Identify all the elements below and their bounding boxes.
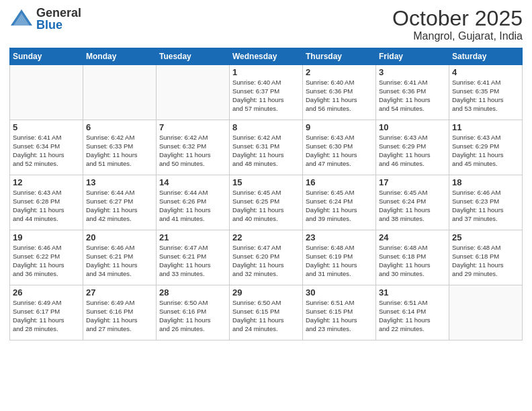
day-info: Sunrise: 6:41 AM Sunset: 6:36 PM Dayligh…: [379, 79, 446, 113]
day-info: Sunrise: 6:51 AM Sunset: 6:14 PM Dayligh…: [379, 299, 446, 333]
day-number: 1: [232, 67, 300, 77]
day-info: Sunrise: 6:47 AM Sunset: 6:21 PM Dayligh…: [159, 244, 226, 278]
day-info: Sunrise: 6:42 AM Sunset: 6:33 PM Dayligh…: [86, 134, 153, 168]
day-info: Sunrise: 6:43 AM Sunset: 6:28 PM Dayligh…: [13, 189, 80, 223]
day-number: 29: [232, 287, 300, 298]
day-cell-w4-d2: 21Sunrise: 6:47 AM Sunset: 6:21 PM Dayli…: [157, 230, 230, 285]
day-cell-w3-d3: 15Sunrise: 6:45 AM Sunset: 6:25 PM Dayli…: [230, 175, 303, 230]
day-number: 27: [86, 287, 153, 298]
page: General Blue October 2025 Mangrol, Gujar…: [0, 0, 532, 411]
day-info: Sunrise: 6:43 AM Sunset: 6:29 PM Dayligh…: [379, 134, 446, 168]
day-info: Sunrise: 6:48 AM Sunset: 6:19 PM Dayligh…: [306, 244, 373, 278]
day-number: 24: [379, 232, 446, 242]
day-number: 20: [86, 232, 153, 242]
day-info: Sunrise: 6:45 AM Sunset: 6:25 PM Dayligh…: [232, 189, 300, 223]
month-title: October 2025: [392, 7, 523, 30]
day-info: Sunrise: 6:44 AM Sunset: 6:26 PM Dayligh…: [159, 189, 226, 223]
week-row-5: 26Sunrise: 6:49 AM Sunset: 6:17 PM Dayli…: [10, 285, 523, 340]
day-cell-w4-d5: 24Sunrise: 6:48 AM Sunset: 6:18 PM Dayli…: [376, 230, 449, 285]
day-info: Sunrise: 6:40 AM Sunset: 6:37 PM Dayligh…: [232, 79, 300, 113]
day-cell-w2-d6: 11Sunrise: 6:43 AM Sunset: 6:29 PM Dayli…: [449, 120, 523, 175]
day-cell-w5-d1: 27Sunrise: 6:49 AM Sunset: 6:16 PM Dayli…: [83, 285, 157, 340]
day-info: Sunrise: 6:42 AM Sunset: 6:31 PM Dayligh…: [232, 134, 300, 168]
day-cell-w1-d1: [83, 65, 157, 120]
day-info: Sunrise: 6:48 AM Sunset: 6:18 PM Dayligh…: [452, 244, 519, 278]
calendar: Sunday Monday Tuesday Wednesday Thursday…: [9, 48, 523, 340]
day-number: 4: [452, 67, 519, 77]
day-info: Sunrise: 6:43 AM Sunset: 6:29 PM Dayligh…: [452, 134, 519, 168]
day-cell-w4-d6: 25Sunrise: 6:48 AM Sunset: 6:18 PM Dayli…: [449, 230, 523, 285]
day-cell-w1-d0: [10, 65, 83, 120]
day-info: Sunrise: 6:44 AM Sunset: 6:27 PM Dayligh…: [86, 189, 153, 223]
day-number: 22: [232, 232, 300, 242]
day-cell-w5-d5: 31Sunrise: 6:51 AM Sunset: 6:14 PM Dayli…: [376, 285, 449, 340]
week-row-1: 1Sunrise: 6:40 AM Sunset: 6:37 PM Daylig…: [10, 65, 523, 120]
day-number: 14: [159, 177, 226, 187]
day-cell-w5-d0: 26Sunrise: 6:49 AM Sunset: 6:17 PM Dayli…: [10, 285, 83, 340]
day-number: 11: [452, 122, 519, 132]
day-number: 17: [379, 177, 446, 187]
day-cell-w3-d2: 14Sunrise: 6:44 AM Sunset: 6:26 PM Dayli…: [157, 175, 230, 230]
col-sunday: Sunday: [10, 48, 83, 65]
day-info: Sunrise: 6:50 AM Sunset: 6:16 PM Dayligh…: [159, 299, 226, 333]
col-friday: Friday: [376, 48, 449, 65]
day-cell-w2-d5: 10Sunrise: 6:43 AM Sunset: 6:29 PM Dayli…: [376, 120, 449, 175]
day-cell-w1-d2: [157, 65, 230, 120]
day-info: Sunrise: 6:41 AM Sunset: 6:34 PM Dayligh…: [13, 134, 80, 168]
day-number: 23: [306, 232, 373, 242]
logo-text: General Blue: [36, 7, 81, 31]
day-cell-w3-d6: 18Sunrise: 6:46 AM Sunset: 6:23 PM Dayli…: [449, 175, 523, 230]
col-thursday: Thursday: [303, 48, 376, 65]
week-row-2: 5Sunrise: 6:41 AM Sunset: 6:34 PM Daylig…: [10, 120, 523, 175]
day-cell-w5-d2: 28Sunrise: 6:50 AM Sunset: 6:16 PM Dayli…: [157, 285, 230, 340]
day-info: Sunrise: 6:49 AM Sunset: 6:16 PM Dayligh…: [86, 299, 153, 333]
day-number: 19: [13, 232, 80, 242]
day-number: 7: [159, 122, 226, 132]
day-info: Sunrise: 6:51 AM Sunset: 6:15 PM Dayligh…: [306, 299, 373, 333]
day-info: Sunrise: 6:41 AM Sunset: 6:35 PM Dayligh…: [452, 79, 519, 113]
day-cell-w2-d1: 6Sunrise: 6:42 AM Sunset: 6:33 PM Daylig…: [83, 120, 157, 175]
day-cell-w1-d3: 1Sunrise: 6:40 AM Sunset: 6:37 PM Daylig…: [230, 65, 303, 120]
day-number: 31: [379, 287, 446, 298]
day-cell-w4-d1: 20Sunrise: 6:46 AM Sunset: 6:21 PM Dayli…: [83, 230, 157, 285]
day-number: 2: [306, 67, 373, 77]
day-cell-w4-d4: 23Sunrise: 6:48 AM Sunset: 6:19 PM Dayli…: [303, 230, 376, 285]
day-cell-w5-d3: 29Sunrise: 6:50 AM Sunset: 6:15 PM Dayli…: [230, 285, 303, 340]
day-cell-w2-d2: 7Sunrise: 6:42 AM Sunset: 6:32 PM Daylig…: [157, 120, 230, 175]
week-row-4: 19Sunrise: 6:46 AM Sunset: 6:22 PM Dayli…: [10, 230, 523, 285]
day-cell-w2-d3: 8Sunrise: 6:42 AM Sunset: 6:31 PM Daylig…: [230, 120, 303, 175]
day-number: 10: [379, 122, 446, 132]
day-number: 25: [452, 232, 519, 242]
col-wednesday: Wednesday: [230, 48, 303, 65]
day-number: 30: [306, 287, 373, 298]
day-number: 13: [86, 177, 153, 187]
day-number: 12: [13, 177, 80, 187]
day-cell-w3-d5: 17Sunrise: 6:45 AM Sunset: 6:24 PM Dayli…: [376, 175, 449, 230]
day-info: Sunrise: 6:46 AM Sunset: 6:22 PM Dayligh…: [13, 244, 80, 278]
day-info: Sunrise: 6:42 AM Sunset: 6:32 PM Dayligh…: [159, 134, 226, 168]
day-cell-w5-d6: [449, 285, 523, 340]
title-block: October 2025 Mangrol, Gujarat, India: [392, 7, 523, 42]
day-cell-w3-d4: 16Sunrise: 6:45 AM Sunset: 6:24 PM Dayli…: [303, 175, 376, 230]
col-saturday: Saturday: [449, 48, 523, 65]
day-number: 15: [232, 177, 300, 187]
week-row-3: 12Sunrise: 6:43 AM Sunset: 6:28 PM Dayli…: [10, 175, 523, 230]
day-info: Sunrise: 6:46 AM Sunset: 6:21 PM Dayligh…: [86, 244, 153, 278]
day-cell-w4-d0: 19Sunrise: 6:46 AM Sunset: 6:22 PM Dayli…: [10, 230, 83, 285]
day-cell-w3-d1: 13Sunrise: 6:44 AM Sunset: 6:27 PM Dayli…: [83, 175, 157, 230]
day-cell-w1-d5: 3Sunrise: 6:41 AM Sunset: 6:36 PM Daylig…: [376, 65, 449, 120]
col-tuesday: Tuesday: [157, 48, 230, 65]
day-number: 26: [13, 287, 80, 298]
day-number: 3: [379, 67, 446, 77]
day-cell-w1-d4: 2Sunrise: 6:40 AM Sunset: 6:36 PM Daylig…: [303, 65, 376, 120]
day-number: 18: [452, 177, 519, 187]
day-cell-w2-d0: 5Sunrise: 6:41 AM Sunset: 6:34 PM Daylig…: [10, 120, 83, 175]
day-number: 9: [306, 122, 373, 132]
day-info: Sunrise: 6:40 AM Sunset: 6:36 PM Dayligh…: [306, 79, 373, 113]
day-info: Sunrise: 6:49 AM Sunset: 6:17 PM Dayligh…: [13, 299, 80, 333]
day-cell-w5-d4: 30Sunrise: 6:51 AM Sunset: 6:15 PM Dayli…: [303, 285, 376, 340]
logo-blue-text: Blue: [36, 19, 81, 31]
logo: General Blue: [9, 7, 81, 31]
day-number: 8: [232, 122, 300, 132]
day-cell-w1-d6: 4Sunrise: 6:41 AM Sunset: 6:35 PM Daylig…: [449, 65, 523, 120]
